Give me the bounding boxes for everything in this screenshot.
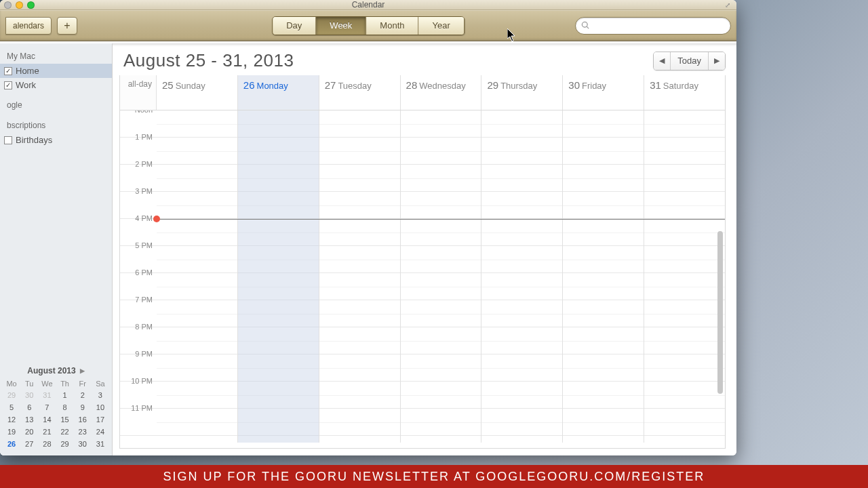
hour-label: 1 PM	[120, 133, 157, 141]
mini-day[interactable]: 23	[74, 426, 92, 438]
mini-day[interactable]: 8	[56, 401, 73, 413]
date-range-title: August 25 - 31, 2013	[123, 50, 294, 71]
hour-label: 5 PM	[120, 241, 157, 249]
mini-dow: We	[38, 378, 56, 389]
hour-label: 6 PM	[120, 268, 157, 277]
mini-day[interactable]: 29	[3, 389, 20, 401]
calendars-button[interactable]: alendars	[5, 17, 52, 35]
mini-day[interactable]: 7	[38, 401, 56, 413]
hour-label: 2 PM	[120, 160, 157, 168]
sidebar-section-header: ogle	[0, 92, 112, 113]
day-header[interactable]: 31Saturday	[644, 75, 725, 95]
date-nav: ◀ Today ▶	[653, 52, 726, 70]
sidebar-item-work[interactable]: ✓Work	[0, 78, 112, 92]
sidebar-item-label: Work	[16, 80, 36, 90]
day-header[interactable]: 29Thursday	[481, 75, 562, 95]
search-input[interactable]	[594, 21, 725, 30]
view-tab-year[interactable]: Year	[418, 17, 463, 35]
hour-label: 9 PM	[120, 350, 157, 358]
hour-label: 10 PM	[120, 377, 157, 385]
add-button[interactable]: +	[57, 17, 77, 35]
mini-day[interactable]: 24	[92, 426, 109, 438]
mini-day[interactable]: 12	[3, 413, 20, 426]
checkbox-icon[interactable]	[4, 136, 12, 144]
current-time-indicator-icon	[153, 216, 160, 222]
hour-label: 3 PM	[120, 187, 157, 195]
week-grid[interactable]: all-day 25Sunday26Monday27Tuesday28Wedne…	[119, 75, 726, 449]
view-tab-day[interactable]: Day	[273, 17, 316, 35]
mini-day[interactable]: 5	[3, 401, 20, 413]
mini-day[interactable]: 31	[38, 389, 56, 401]
checkbox-icon[interactable]: ✓	[4, 81, 12, 89]
day-header[interactable]: 27Tuesday	[319, 75, 400, 95]
search-icon	[581, 21, 590, 30]
titlebar: Calendar ⤢	[0, 0, 736, 10]
mini-month-title: August 2013	[27, 366, 75, 375]
mini-day[interactable]: 16	[74, 413, 92, 426]
mini-day[interactable]: 9	[74, 401, 92, 413]
mini-day[interactable]: 31	[92, 438, 109, 450]
mini-day[interactable]: 20	[20, 426, 38, 438]
window-controls	[4, 1, 35, 9]
main-area: August 25 - 31, 2013 ◀ Today ▶ all-day 2…	[113, 43, 736, 455]
mini-day[interactable]: 30	[74, 438, 92, 450]
app-window: Calendar ⤢ alendars + DayWeekMonthYear M…	[0, 0, 736, 455]
day-header[interactable]: 26Monday	[238, 75, 319, 95]
mini-day[interactable]: 6	[20, 401, 38, 413]
mini-day[interactable]: 21	[38, 426, 56, 438]
mini-day[interactable]: 22	[56, 426, 73, 438]
mini-day[interactable]: 19	[3, 426, 20, 438]
mini-day[interactable]: 27	[20, 438, 38, 450]
day-header[interactable]: 28Wednesday	[401, 75, 481, 95]
mini-day[interactable]: 26	[3, 438, 20, 450]
mini-dow: Th	[56, 378, 73, 389]
sidebar-item-label: Birthdays	[16, 135, 52, 145]
toolbar: alendars + DayWeekMonthYear	[0, 10, 736, 41]
search-field[interactable]	[575, 17, 731, 35]
next-week-button[interactable]: ▶	[709, 52, 725, 70]
minimize-icon[interactable]	[16, 1, 23, 9]
mini-month-grid: MoTuWeThFrSa 293031123567891012131415161…	[3, 378, 109, 450]
sidebar: My Mac✓Home✓WorkoglebscriptionsBirthdays…	[0, 43, 113, 455]
mini-dow: Sa	[92, 378, 109, 389]
mini-dow: Fr	[74, 378, 92, 389]
mini-dow: Tu	[20, 378, 38, 389]
today-button[interactable]: Today	[671, 52, 709, 70]
close-icon[interactable]	[4, 1, 12, 9]
day-header[interactable]: 30Friday	[563, 75, 644, 95]
plus-icon: +	[64, 20, 70, 32]
sidebar-section-header: bscriptions	[0, 113, 112, 133]
mini-month: August 2013 ▶ MoTuWeThFrSa 2930311235678…	[0, 362, 112, 455]
sidebar-item-home[interactable]: ✓Home	[0, 64, 112, 78]
mini-day[interactable]: 3	[92, 389, 109, 401]
window-title: Calendar	[352, 0, 385, 9]
allday-label: all-day	[120, 75, 157, 110]
fullscreen-icon[interactable]: ⤢	[725, 1, 732, 9]
view-tab-week[interactable]: Week	[316, 17, 366, 35]
mini-day[interactable]: 2	[74, 389, 92, 401]
day-header[interactable]: 25Sunday	[157, 75, 237, 95]
vertical-scrollbar[interactable]	[716, 231, 724, 434]
mini-day[interactable]: 17	[92, 413, 109, 426]
mini-day[interactable]: 29	[56, 438, 73, 450]
mini-day[interactable]: 1	[56, 389, 73, 401]
hour-label: 4 PM	[120, 214, 157, 222]
day-header-row: all-day 25Sunday26Monday27Tuesday28Wedne…	[120, 75, 725, 110]
mini-month-next-icon[interactable]: ▶	[80, 367, 85, 374]
mini-dow: Mo	[3, 378, 20, 389]
view-segmented-control: DayWeekMonthYear	[272, 16, 465, 35]
mini-day[interactable]: 28	[38, 438, 56, 450]
mini-day[interactable]: 13	[20, 413, 38, 426]
mini-day[interactable]: 10	[92, 401, 109, 413]
checkbox-icon[interactable]: ✓	[4, 67, 12, 75]
sidebar-section-header: My Mac	[0, 43, 112, 64]
prev-week-button[interactable]: ◀	[654, 52, 671, 70]
mini-day[interactable]: 30	[20, 389, 38, 401]
mini-day[interactable]: 14	[38, 413, 56, 426]
sidebar-item-birthdays[interactable]: Birthdays	[0, 133, 112, 147]
view-tab-month[interactable]: Month	[366, 17, 418, 35]
hour-label: 7 PM	[120, 296, 157, 304]
hour-label: 11 PM	[120, 404, 157, 412]
mini-day[interactable]: 15	[56, 413, 73, 426]
zoom-icon[interactable]	[27, 1, 35, 9]
